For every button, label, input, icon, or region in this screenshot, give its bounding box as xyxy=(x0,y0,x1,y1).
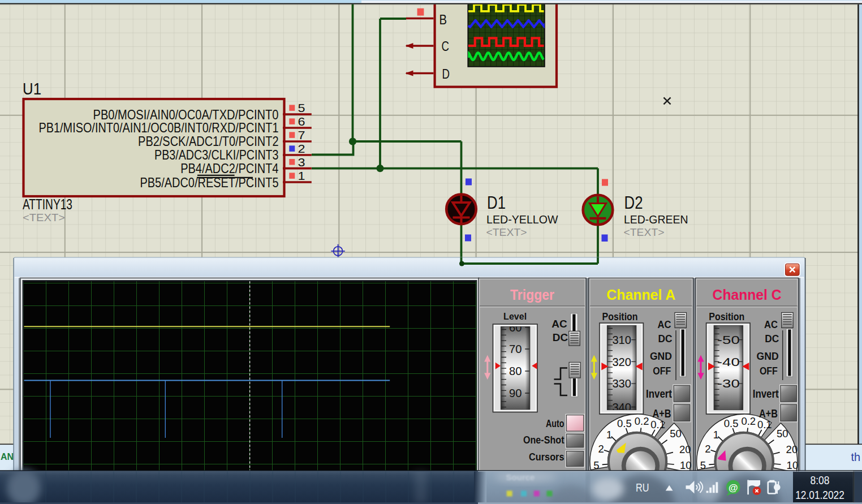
svg-text:Trigger: Trigger xyxy=(510,286,554,303)
svg-text:Position: Position xyxy=(709,311,744,322)
svg-text:5: 5 xyxy=(593,459,599,471)
svg-text:50: 50 xyxy=(777,428,788,440)
svg-text:DC: DC xyxy=(658,333,673,344)
svg-text:One-Shot: One-Shot xyxy=(523,434,564,446)
svg-text:RU: RU xyxy=(636,481,649,494)
svg-text:AC: AC xyxy=(764,318,778,330)
svg-text:2: 2 xyxy=(705,443,710,455)
svg-text:D2: D2 xyxy=(624,193,643,213)
svg-text:12.01.2022: 12.01.2022 xyxy=(795,489,844,501)
svg-text:0.1: 0.1 xyxy=(650,419,665,430)
svg-text:50: 50 xyxy=(670,428,682,440)
svg-text:A+B: A+B xyxy=(759,407,778,420)
svg-text:1: 1 xyxy=(606,429,612,441)
svg-text:Auto: Auto xyxy=(546,417,564,429)
svg-text:2: 2 xyxy=(598,443,604,455)
svg-text:Invert: Invert xyxy=(646,387,672,400)
svg-text:0.2: 0.2 xyxy=(741,415,756,427)
svg-text:OFF: OFF xyxy=(653,365,671,377)
svg-text:PB3/ADC3/CLKI/PCINT3: PB3/ADC3/CLKI/PCINT3 xyxy=(154,147,278,162)
svg-text:3: 3 xyxy=(298,156,305,169)
svg-text:0.2: 0.2 xyxy=(635,415,649,427)
svg-text:U1: U1 xyxy=(23,80,41,98)
svg-text:<TEXT>: <TEXT> xyxy=(23,212,65,223)
svg-text:80: 80 xyxy=(509,365,522,377)
svg-text:Channel C: Channel C xyxy=(713,286,782,303)
svg-text:Invert: Invert xyxy=(753,387,779,400)
svg-text:LED-YELLOW: LED-YELLOW xyxy=(486,213,558,226)
svg-text:LED-GREEN: LED-GREEN xyxy=(624,213,688,226)
svg-text:5: 5 xyxy=(700,459,706,471)
svg-text:7: 7 xyxy=(298,128,305,141)
svg-text:320: 320 xyxy=(612,356,631,368)
svg-text:GND: GND xyxy=(650,350,672,362)
svg-text:-30: -30 xyxy=(717,377,740,390)
svg-text:2: 2 xyxy=(298,142,305,155)
svg-text:1: 1 xyxy=(298,169,305,182)
svg-text:Level: Level xyxy=(503,311,527,321)
svg-text:GND: GND xyxy=(757,350,779,362)
svg-text:0.5: 0.5 xyxy=(724,417,739,429)
svg-text:6: 6 xyxy=(298,115,305,128)
svg-text:20: 20 xyxy=(786,443,798,455)
svg-text:<TEXT>: <TEXT> xyxy=(486,226,527,238)
svg-text:0.1: 0.1 xyxy=(757,419,772,430)
svg-text:D1: D1 xyxy=(487,193,506,213)
svg-text:A+B: A+B xyxy=(652,407,671,420)
svg-text:90: 90 xyxy=(509,387,522,399)
svg-text:8:08: 8:08 xyxy=(811,474,830,486)
svg-text:AC: AC xyxy=(551,318,567,330)
svg-text:@: @ xyxy=(729,483,738,493)
svg-text:10: 10 xyxy=(787,459,799,471)
svg-text:Channel A: Channel A xyxy=(606,286,675,303)
svg-text:PB4/ADC2/PCINT4: PB4/ADC2/PCINT4 xyxy=(180,161,278,176)
svg-text:OFF: OFF xyxy=(760,365,778,377)
svg-text:DC: DC xyxy=(553,331,568,343)
svg-text:-50: -50 xyxy=(717,334,740,346)
svg-text:C: C xyxy=(442,39,450,54)
svg-text:Source: Source xyxy=(506,472,535,482)
svg-text:DC: DC xyxy=(765,333,779,344)
svg-text:70: 70 xyxy=(509,343,522,355)
svg-text:ATTINY13: ATTINY13 xyxy=(23,196,72,213)
svg-text:330: 330 xyxy=(612,377,631,390)
svg-text:10: 10 xyxy=(680,459,692,471)
svg-text:20: 20 xyxy=(679,443,691,455)
svg-text:AC: AC xyxy=(657,318,671,330)
svg-text:B: B xyxy=(439,12,447,27)
svg-text:5: 5 xyxy=(298,101,305,114)
svg-text:th: th xyxy=(851,451,861,463)
svg-text:-40: -40 xyxy=(717,356,740,368)
svg-text:0.5: 0.5 xyxy=(617,417,632,429)
svg-text:<TEXT>: <TEXT> xyxy=(624,226,665,238)
svg-text:Position: Position xyxy=(602,311,638,322)
svg-text:D: D xyxy=(442,67,450,81)
svg-text:310: 310 xyxy=(612,334,631,346)
svg-text:1: 1 xyxy=(713,429,719,441)
svg-text:Cursors: Cursors xyxy=(529,451,564,463)
